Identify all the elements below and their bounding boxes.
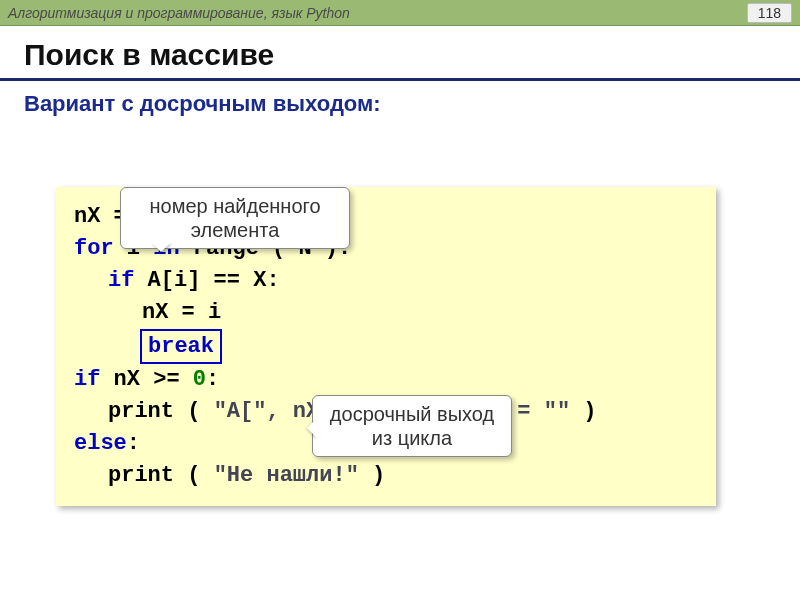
break-highlight: break [140,329,222,365]
code-text: : [127,431,140,456]
content-area: номер найденного элемента nX = -1 for i … [0,187,800,506]
code-keyword: if [108,268,134,293]
code-keyword: else [74,431,127,456]
code-string: "Не нашли!" [214,463,359,488]
slide-subtitle: Вариант с досрочным выходом: [0,81,800,117]
code-text: A[i] == X: [134,268,279,293]
code-keyword: for [74,236,114,261]
code-text: print ( [108,399,214,424]
callout-found-index: номер найденного элемента [120,187,350,249]
code-text: ) [359,463,385,488]
code-line: break [74,329,698,365]
code-text: nX = i [142,300,221,325]
callout-early-exit: досрочный выход из цикла [312,395,512,457]
code-text: nX >= [100,367,192,392]
header-bar: Алгоритмизация и программирование, язык … [0,0,800,26]
code-line: if nX >= 0: [74,364,698,396]
code-line: if A[i] == X: [74,265,698,297]
course-title: Алгоритмизация и программирование, язык … [8,5,350,21]
code-text: print ( [108,463,214,488]
code-number: 0 [193,367,206,392]
code-text: ) [570,399,596,424]
page-number: 118 [747,3,792,23]
code-line: print ( "Не нашли!" ) [74,460,698,492]
slide-title: Поиск в массиве [0,26,800,78]
code-text: : [206,367,219,392]
code-line: nX = i [74,297,698,329]
code-keyword: if [74,367,100,392]
